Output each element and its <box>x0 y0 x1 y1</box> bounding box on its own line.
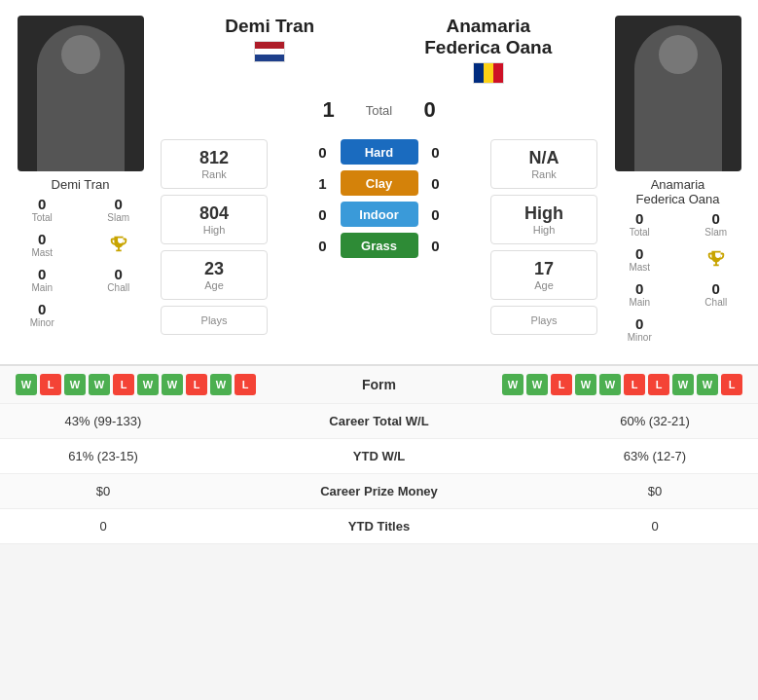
player1-mast-label: Mast <box>31 247 53 258</box>
player1-age-panel: 23 Age <box>161 250 268 300</box>
player1-main-value: 0 <box>38 266 46 282</box>
player1-total-value: 0 <box>38 196 46 212</box>
player1-trophy-cell <box>81 227 158 262</box>
player2-chall-label: Chall <box>704 297 727 308</box>
form-badge: W <box>599 374 621 395</box>
player-right: AnamariaFederica Oana 0 Total 0 Slam 0 M… <box>597 16 758 347</box>
player1-name-center: Demi Tran <box>161 16 379 37</box>
total-label: Total <box>350 103 409 118</box>
player2-total-stat: 0 Total <box>601 206 678 241</box>
player2-total-label: Total <box>630 227 650 238</box>
form-badge: L <box>721 374 742 395</box>
form-badge: W <box>502 374 523 395</box>
player1-flag <box>254 41 285 62</box>
player2-prize: $0 <box>567 484 742 498</box>
form-badge: W <box>672 374 694 395</box>
form-row: WLWWLWWLWL Form WWLWWLLWWL <box>0 366 758 404</box>
ytd-wl-label: YTD W/L <box>191 449 567 463</box>
player2-slam-value: 0 <box>712 210 720 227</box>
flag-ro-yellow <box>484 63 493 83</box>
player1-slam-stat: 0 Slam <box>81 192 158 227</box>
player2-minor-label: Minor <box>628 332 652 343</box>
form-badge: L <box>235 374 256 395</box>
player2-age-panel: 17 Age <box>490 250 597 300</box>
center-section: Demi Tran Anamaria Federica Oana <box>161 16 597 347</box>
player2-minor-value: 0 <box>635 315 643 332</box>
ytd-titles-row: 0 YTD Titles 0 <box>0 509 758 544</box>
player1-plays-label: Plays <box>165 314 263 326</box>
player2-high-label: High <box>495 224 593 236</box>
player1-mast-value: 0 <box>38 231 46 247</box>
player1-rank-value: 812 <box>165 148 263 168</box>
grass-row: 0 Grass 0 <box>271 233 487 258</box>
player1-age-value: 23 <box>165 259 263 279</box>
player2-main-label: Main <box>629 297 650 308</box>
form-badge: L <box>113 374 134 395</box>
player-left: Demi Tran 0 Total 0 Slam 0 Mast <box>0 16 161 347</box>
player2-high-panel: High High <box>490 195 597 244</box>
player2-flag <box>473 62 504 84</box>
indoor-button: Indoor <box>341 202 418 227</box>
stats-table: WLWWLWWLWL Form WWLWWLLWWL 43% (99-133) … <box>0 364 758 544</box>
player1-minor-stat: 0 Minor <box>4 297 81 332</box>
left-panels: 812 Rank 804 High 23 Age Plays <box>161 136 268 338</box>
player1-ytd-titles: 0 <box>16 519 191 534</box>
flag-nl-red <box>255 42 284 49</box>
player1-main-stat: 0 Main <box>4 262 81 297</box>
player1-ytd-wl: 61% (23-15) <box>16 449 191 463</box>
player2-minor-stat: 0 Minor <box>601 312 678 347</box>
player2-rank-panel: N/A Rank <box>490 139 597 189</box>
form-badge: W <box>575 374 596 395</box>
player2-career-wl: 60% (32-21) <box>567 414 742 428</box>
form-badge: L <box>40 374 61 395</box>
form-badge: L <box>648 374 669 395</box>
p2-clay-score: 0 <box>426 175 446 192</box>
player1-form-badges: WLWWLWWLWL <box>16 374 256 395</box>
player1-name-block: Demi Tran <box>161 16 379 66</box>
form-badge: W <box>697 374 718 395</box>
player1-total-label: Total <box>32 212 53 223</box>
avatar1-silhouette <box>37 25 125 171</box>
clay-button: Clay <box>341 170 418 196</box>
flag-ro-red <box>493 63 503 83</box>
player2-plays-label: Plays <box>495 314 593 326</box>
flag-nl-white <box>255 49 284 55</box>
form-badge: W <box>210 374 232 395</box>
hard-row: 0 Hard 0 <box>271 139 487 165</box>
mid-area: 812 Rank 804 High 23 Age Plays <box>161 136 597 338</box>
prize-label: Career Prize Money <box>191 484 567 498</box>
p1-indoor-score: 0 <box>313 206 333 223</box>
player1-mast-stat: 0 Mast <box>4 227 81 262</box>
form-badge: W <box>526 374 548 395</box>
court-area: 0 Hard 0 1 Clay 0 0 <box>271 136 487 261</box>
form-badge: W <box>16 374 37 395</box>
player2-stats-grid: 0 Total 0 Slam 0 Mast 0 <box>597 206 758 347</box>
clay-row: 1 Clay 0 <box>271 170 487 196</box>
player2-form-badges: WWLWWLLWWL <box>502 374 742 395</box>
player1-plays-panel: Plays <box>161 306 268 335</box>
player2-name-center: Anamaria Federica Oana <box>379 16 598 58</box>
player2-age-value: 17 <box>495 259 593 279</box>
form-badge: L <box>551 374 572 395</box>
career-wl-row: 43% (99-133) Career Total W/L 60% (32-21… <box>0 404 758 439</box>
p1-clay-score: 1 <box>313 175 333 192</box>
player1-career-wl: 43% (99-133) <box>16 414 191 428</box>
player1-minor-label: Minor <box>30 317 54 328</box>
player2-score: 0 <box>416 97 444 123</box>
score-row: 1 Total 0 <box>161 97 597 123</box>
player2-ytd-wl: 63% (12-7) <box>567 449 742 463</box>
player1-total-stat: 0 Total <box>4 192 81 227</box>
player1-high-label: High <box>165 224 263 236</box>
player2-chall-stat: 0 Chall <box>678 276 755 312</box>
avatar2-silhouette <box>634 25 722 171</box>
player1-score: 1 <box>315 97 343 123</box>
player2-trophy-cell <box>678 241 755 276</box>
grass-button: Grass <box>341 233 418 258</box>
player2-avatar <box>615 16 741 171</box>
player1-chall-label: Chall <box>107 282 129 293</box>
form-badge: L <box>186 374 207 395</box>
flag-ro-blue <box>474 63 484 83</box>
player2-age-label: Age <box>495 279 593 291</box>
trophy2-icon <box>705 248 727 270</box>
indoor-row: 0 Indoor 0 <box>271 202 487 227</box>
